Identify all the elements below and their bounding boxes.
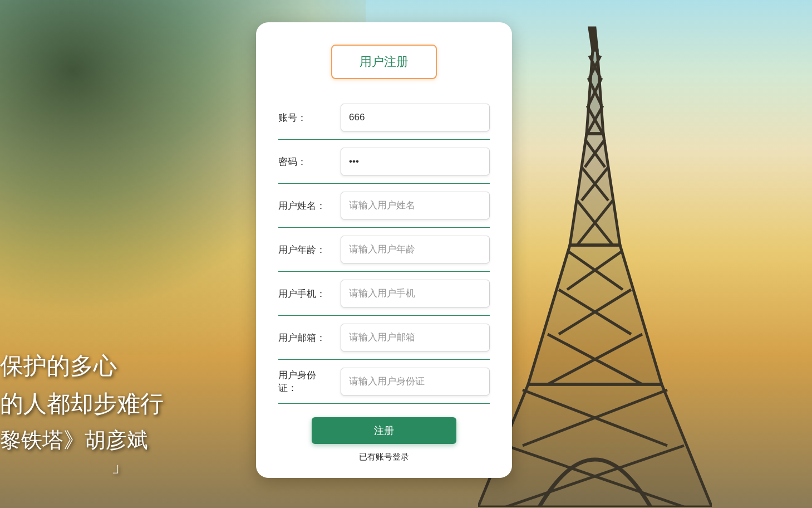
idcard-row: 用户身份证：	[278, 360, 490, 404]
idcard-label: 用户身份证：	[278, 369, 334, 394]
age-row: 用户年龄：	[278, 228, 490, 272]
age-input[interactable]	[341, 236, 490, 263]
name-label: 用户姓名：	[278, 199, 334, 212]
login-link[interactable]: 已有账号登录	[278, 452, 490, 462]
caption-line-2: 的人都却步难行	[0, 388, 164, 419]
caption-line-1: 保护的多心	[0, 350, 164, 382]
phone-input[interactable]	[341, 280, 490, 307]
account-input[interactable]	[341, 104, 490, 131]
password-row: 密码：	[278, 140, 490, 184]
age-label: 用户年龄：	[278, 243, 334, 256]
phone-label: 用户手机：	[278, 287, 334, 300]
background-caption: 保护的多心 的人都却步难行 黎铁塔》胡彦斌 」	[0, 350, 164, 475]
account-label: 账号：	[278, 111, 334, 124]
caption-bracket: 」	[111, 458, 164, 475]
idcard-input[interactable]	[341, 368, 490, 395]
email-input[interactable]	[341, 324, 490, 351]
register-card: 用户注册 账号： 密码： 用户姓名： 用户年龄： 用户手机： 用户邮箱： 用户身…	[256, 22, 512, 478]
email-row: 用户邮箱：	[278, 316, 490, 360]
password-label: 密码：	[278, 155, 334, 168]
form-title: 用户注册	[331, 45, 437, 79]
account-row: 账号：	[278, 96, 490, 140]
name-input[interactable]	[341, 192, 490, 219]
email-label: 用户邮箱：	[278, 331, 334, 344]
name-row: 用户姓名：	[278, 184, 490, 228]
phone-row: 用户手机：	[278, 272, 490, 316]
register-button[interactable]: 注册	[312, 417, 456, 444]
caption-line-3: 黎铁塔》胡彦斌	[0, 426, 164, 455]
password-input[interactable]	[341, 148, 490, 175]
eiffel-tower-illustration	[478, 22, 712, 507]
